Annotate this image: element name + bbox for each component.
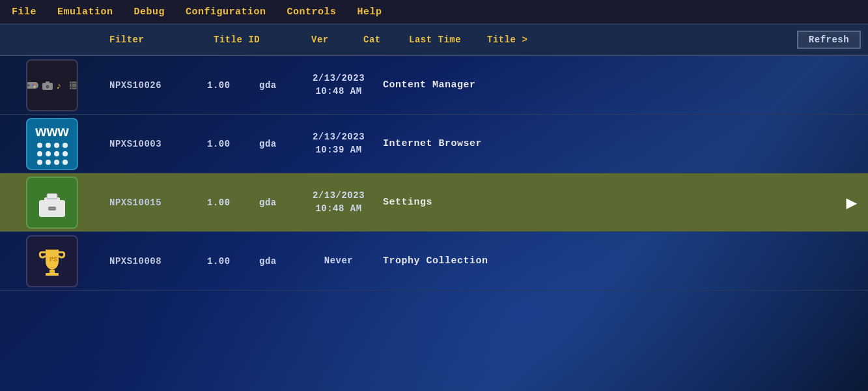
refresh-button[interactable]: Refresh xyxy=(797,31,861,49)
app-icon-settings xyxy=(26,177,78,229)
menu-controls[interactable]: Controls xyxy=(286,4,338,20)
app-container: File Emulation Debug Configuration Contr… xyxy=(0,0,868,391)
dot xyxy=(37,143,42,148)
dot xyxy=(46,151,51,156)
www-text: www xyxy=(35,123,68,140)
film-icon xyxy=(69,80,78,91)
header-refresh-area: Refresh xyxy=(790,31,868,49)
dot xyxy=(54,160,59,165)
menu-help[interactable]: Help xyxy=(356,4,384,20)
cell-lasttime: Never xyxy=(300,255,378,268)
lasttime-line2: 10:48 AM xyxy=(305,203,372,216)
header-filter[interactable]: Filter xyxy=(104,35,208,45)
row-icon-cell: www xyxy=(0,115,104,173)
menu-file[interactable]: File xyxy=(10,4,38,20)
row-data: NPXS10015 1.00 gda 2/13/2023 10:48 AM Se… xyxy=(104,173,868,231)
header-titleid[interactable]: Title ID xyxy=(208,35,306,45)
cell-titleid: NPXS10003 xyxy=(104,139,202,149)
cell-titleid: NPXS10008 xyxy=(104,256,202,267)
svg-rect-9 xyxy=(46,81,49,83)
dot xyxy=(46,160,51,165)
cell-lasttime: 2/13/2023 10:48 AM xyxy=(300,190,378,215)
svg-rect-21 xyxy=(46,273,59,276)
header-title[interactable]: Title > xyxy=(482,35,790,45)
dot xyxy=(37,160,42,165)
menu-emulation[interactable]: Emulation xyxy=(56,4,115,20)
toolbox-svg xyxy=(35,186,69,220)
dots-grid xyxy=(37,143,68,165)
row-data: NPXS10026 1.00 gda 2/13/2023 10:48 AM Co… xyxy=(104,56,868,114)
row-icon-cell: PS xyxy=(0,232,104,291)
svg-point-5 xyxy=(32,84,34,86)
cell-title: Trophy Collection xyxy=(378,255,835,267)
cell-ver: 1.00 xyxy=(202,256,254,267)
dot xyxy=(63,143,68,148)
dot xyxy=(46,143,51,148)
svg-point-6 xyxy=(34,85,36,87)
cell-cat: gda xyxy=(254,80,300,91)
cell-cat: gda xyxy=(254,139,300,149)
dot xyxy=(37,151,42,156)
row-data: NPXS10008 1.00 gda Never Trophy Collecti… xyxy=(104,232,868,290)
cell-ver: 1.00 xyxy=(202,80,254,91)
menu-configuration[interactable]: Configuration xyxy=(184,4,268,20)
svg-text:PS: PS xyxy=(49,256,57,263)
cell-lasttime: 2/13/2023 10:48 AM xyxy=(300,72,378,98)
svg-rect-11 xyxy=(70,81,78,89)
lasttime-line2: 10:48 AM xyxy=(305,85,372,98)
cell-ver: 1.00 xyxy=(202,197,254,208)
header-ver[interactable]: Ver xyxy=(306,35,358,45)
svg-point-3 xyxy=(34,83,36,85)
lasttime-line1: 2/13/2023 xyxy=(305,72,372,85)
dot xyxy=(63,160,68,165)
dot xyxy=(63,151,68,156)
gamepad-icon xyxy=(26,80,39,91)
music-icon: ♪ xyxy=(56,80,66,91)
app-icon-trophy: PS xyxy=(26,235,78,287)
table-header: Filter Title ID Ver Cat Last Time Title … xyxy=(0,25,868,56)
app-icon-content-manager: ♪ xyxy=(26,59,78,111)
cell-title: Settings xyxy=(378,197,835,208)
svg-rect-2 xyxy=(27,85,30,86)
svg-rect-12 xyxy=(70,83,78,84)
table-row[interactable]: www xyxy=(0,115,868,173)
play-arrow-icon: ▶ xyxy=(835,192,868,214)
svg-rect-19 xyxy=(48,207,56,210)
svg-rect-13 xyxy=(70,87,78,88)
svg-text:♪: ♪ xyxy=(56,81,61,91)
svg-point-8 xyxy=(46,84,50,89)
svg-point-4 xyxy=(35,84,37,86)
trophy-svg: PS xyxy=(35,244,69,278)
camera-icon xyxy=(42,80,53,91)
menu-debug[interactable]: Debug xyxy=(133,4,167,20)
menubar: File Emulation Debug Configuration Contr… xyxy=(0,0,868,25)
dot xyxy=(54,151,59,156)
header-cat[interactable]: Cat xyxy=(358,35,404,45)
svg-rect-15 xyxy=(76,81,77,89)
table-body: ♪ xyxy=(0,56,868,391)
cell-cat: gda xyxy=(254,197,300,208)
cell-title: Internet Browser xyxy=(378,138,835,149)
cm-icons-group: ♪ xyxy=(26,80,78,91)
lasttime-line1: 2/13/2023 xyxy=(305,190,372,203)
lasttime-line1: Never xyxy=(305,255,372,268)
header-lasttime[interactable]: Last Time xyxy=(404,35,482,45)
table-row-selected[interactable]: NPXS10015 1.00 gda 2/13/2023 10:48 AM Se… xyxy=(0,173,868,232)
lasttime-line2: 10:39 AM xyxy=(305,144,372,157)
svg-rect-14 xyxy=(71,81,72,89)
cell-titleid: NPXS10026 xyxy=(104,80,202,91)
lasttime-line1: 2/13/2023 xyxy=(305,131,372,144)
cell-ver: 1.00 xyxy=(202,139,254,149)
cell-title: Content Manager xyxy=(378,80,835,91)
app-icon-browser: www xyxy=(26,118,78,170)
table-row[interactable]: ♪ xyxy=(0,56,868,115)
dot xyxy=(54,143,59,148)
browser-icon-content: www xyxy=(35,123,68,165)
cell-lasttime: 2/13/2023 10:39 AM xyxy=(300,131,378,156)
table-row[interactable]: PS NPXS10008 1.00 gda Never Trophy Colle… xyxy=(0,232,868,291)
row-icon-cell: ♪ xyxy=(0,56,104,115)
svg-rect-18 xyxy=(47,194,57,199)
svg-rect-20 xyxy=(49,270,55,273)
row-data: NPXS10003 1.00 gda 2/13/2023 10:39 AM In… xyxy=(104,115,868,173)
cell-cat: gda xyxy=(254,256,300,267)
